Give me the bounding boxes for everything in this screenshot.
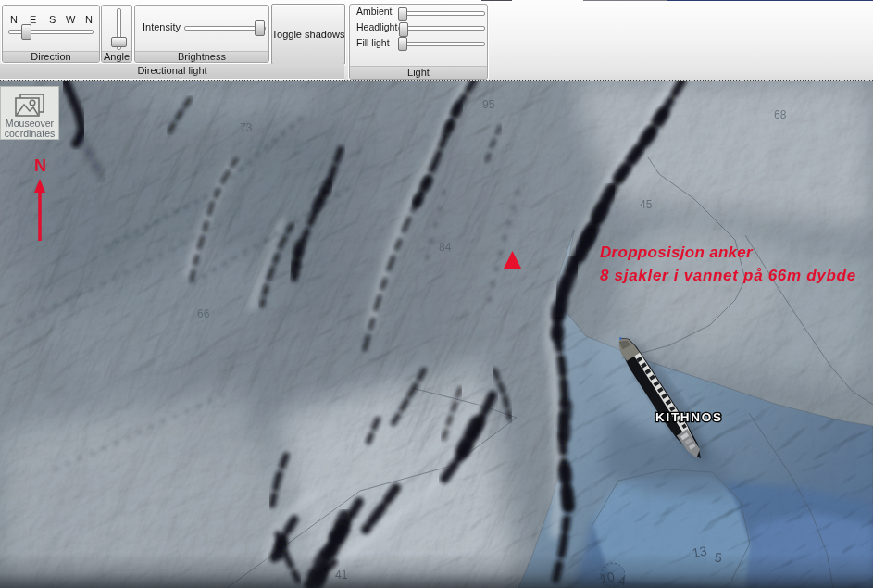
svg-text:45: 45 <box>640 198 653 211</box>
svg-text:8 sjakler i vannet på 66m dybd: 8 sjakler i vannet på 66m dybde <box>600 267 856 284</box>
svg-text:KITHNOS: KITHNOS <box>655 410 723 424</box>
svg-text:Dropposisjon anker: Dropposisjon anker <box>600 244 754 261</box>
svg-text:66: 66 <box>197 307 210 320</box>
svg-text:73: 73 <box>240 121 253 134</box>
svg-text:N: N <box>34 156 46 175</box>
svg-text:84: 84 <box>439 241 452 254</box>
svg-text:68: 68 <box>774 108 787 121</box>
svg-text:95: 95 <box>482 98 495 111</box>
